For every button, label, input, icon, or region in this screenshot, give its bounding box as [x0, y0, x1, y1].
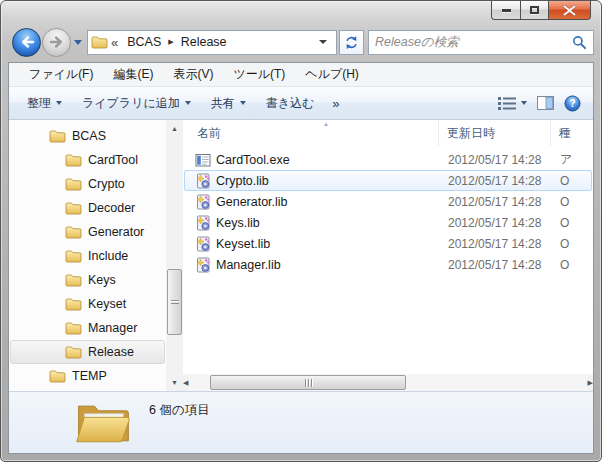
toolbar-item[interactable]: 書き込む [256, 89, 325, 118]
svg-text:?: ? [569, 98, 575, 109]
folder-icon [65, 273, 82, 287]
file-name: Keys.lib [216, 216, 260, 230]
lib-file-icon [195, 194, 211, 210]
recent-pages-dropdown[interactable] [74, 40, 82, 45]
toolbar-item-label: 整理 [27, 95, 51, 112]
lib-file-icon [195, 236, 211, 252]
file-row[interactable]: Keyset.lib 2012/05/17 14:28 O [184, 233, 592, 254]
file-type: O [552, 216, 591, 230]
menu-item[interactable]: ヘルプ(H) [295, 62, 369, 87]
horizontal-scroll-thumb[interactable] [210, 375, 406, 390]
scroll-grip-icon [305, 379, 306, 387]
scroll-up-button[interactable]: ▲ [166, 120, 183, 137]
view-list-icon [498, 97, 516, 110]
file-type: O [552, 258, 591, 272]
folder-tree: BCAS CardTool Crypto Decoder Generator I… [9, 120, 166, 391]
toolbar-item-label: 書き込む [266, 95, 315, 112]
client-area: ファイル(F)編集(E)表示(V)ツール(T)ヘルプ(H) 整理 ライブラリに追… [8, 62, 594, 454]
tree-scroll-thumb[interactable] [167, 269, 182, 335]
address-dropdown-icon[interactable] [319, 40, 327, 44]
file-list: 名前 ▲ 更新日時 種 [183, 120, 593, 391]
file-row[interactable]: Manager.lib 2012/05/17 14:28 O [184, 254, 592, 275]
window-controls [491, 1, 591, 20]
tree-item-label: CardTool [88, 153, 138, 167]
scroll-grip-icon [308, 379, 309, 387]
breadcrumb-overflow-chevron[interactable]: « [111, 35, 118, 50]
file-row[interactable]: Generator.lib 2012/05/17 14:28 O [184, 191, 592, 212]
lib-file-icon [195, 173, 211, 189]
tree-item[interactable]: Generator [10, 220, 165, 244]
menu-bar: ファイル(F)編集(E)表示(V)ツール(T)ヘルプ(H) [9, 63, 593, 87]
search-icon[interactable] [572, 35, 587, 50]
explorer-window: « BCAS▶Release ファイル(F)編集(E)表示(V)ツール(T)ヘル… [0, 0, 602, 462]
column-header-name[interactable]: 名前 ▲ [183, 120, 439, 146]
content-area: BCAS CardTool Crypto Decoder Generator I… [9, 120, 593, 391]
command-toolbar: 整理 ライブラリに追加 共有 書き込む » [9, 87, 593, 120]
horizontal-scrollbar: ◀ ▶ [183, 374, 593, 391]
file-row[interactable]: CardTool.exe 2012/05/17 14:28 ア [184, 149, 592, 170]
breadcrumb-segment[interactable]: BCAS [122, 33, 166, 51]
back-button[interactable] [12, 28, 41, 57]
file-name-cell: Keys.lib [185, 215, 440, 231]
toolbar-items: 整理 ライブラリに追加 共有 書き込む [17, 89, 324, 118]
horizontal-scroll-track[interactable] [188, 374, 587, 391]
breadcrumb-segment[interactable]: Release [176, 33, 232, 51]
toolbar-item-label: ライブラリに追加 [82, 95, 180, 112]
refresh-icon [344, 35, 359, 50]
big-folder-icon [73, 396, 133, 450]
item-count: 6 個の項目 [149, 402, 210, 419]
scroll-right-button[interactable]: ▶ [588, 374, 593, 391]
toolbar-item[interactable]: ライブラリに追加 [72, 89, 201, 118]
help-button[interactable]: ? [564, 95, 581, 112]
tree-item[interactable]: BCAS [10, 124, 165, 148]
file-name: Crypto.lib [216, 174, 269, 188]
preview-pane-button[interactable] [537, 96, 554, 110]
breadcrumb: « BCAS▶Release [108, 33, 313, 51]
file-type: O [552, 195, 591, 209]
tree-item[interactable]: TEMP [10, 364, 165, 388]
minimize-button[interactable] [491, 1, 521, 20]
caret-down-icon [56, 101, 62, 105]
change-view-button[interactable] [498, 97, 527, 110]
file-name: Keyset.lib [216, 237, 270, 251]
tree-item[interactable]: Manager [10, 316, 165, 340]
tree-item-label: Keys [88, 273, 116, 287]
tree-scroll-track[interactable] [166, 137, 183, 374]
file-row[interactable]: Keys.lib 2012/05/17 14:28 O [184, 212, 592, 233]
file-date: 2012/05/17 14:28 [440, 216, 552, 230]
folder-icon [65, 177, 82, 191]
search-input[interactable] [375, 35, 572, 49]
tree-item[interactable]: Release [10, 340, 165, 364]
column-header-date[interactable]: 更新日時 [439, 120, 551, 146]
tree-item[interactable]: Include [10, 244, 165, 268]
toolbar-item[interactable]: 整理 [17, 89, 72, 118]
file-row[interactable]: Crypto.lib 2012/05/17 14:28 O [184, 170, 592, 191]
column-header-name-label: 名前 [197, 125, 221, 142]
file-name: Manager.lib [216, 258, 281, 272]
caret-down-icon [240, 101, 246, 105]
column-header-type[interactable]: 種 [551, 120, 593, 146]
tree-item[interactable]: CardTool [10, 148, 165, 172]
toolbar-item[interactable]: 共有 [201, 89, 256, 118]
toolbar-overflow-chevron[interactable]: » [324, 96, 347, 111]
folder-icon [65, 345, 82, 359]
scroll-down-button[interactable]: ▼ [166, 374, 183, 391]
maximize-button[interactable] [521, 1, 549, 20]
address-bar[interactable]: « BCAS▶Release [87, 30, 337, 55]
menu-item[interactable]: 編集(E) [103, 62, 163, 87]
tree-item[interactable]: Crypto [10, 172, 165, 196]
navigation-bar: « BCAS▶Release [8, 22, 594, 62]
refresh-button[interactable] [339, 30, 364, 55]
scroll-grip-icon [311, 379, 312, 387]
tree-item[interactable]: Decoder [10, 196, 165, 220]
menu-item[interactable]: 表示(V) [163, 62, 223, 87]
forward-arrow-icon [48, 33, 66, 51]
close-button[interactable] [549, 1, 591, 20]
tree-item[interactable]: Keys [10, 268, 165, 292]
forward-button[interactable] [42, 28, 71, 57]
menu-item[interactable]: ツール(T) [223, 62, 295, 87]
file-rows: CardTool.exe 2012/05/17 14:28 ア Crypto.l… [183, 146, 593, 374]
menu-item[interactable]: ファイル(F) [19, 62, 103, 87]
file-date: 2012/05/17 14:28 [440, 195, 552, 209]
tree-item[interactable]: Keyset [10, 292, 165, 316]
